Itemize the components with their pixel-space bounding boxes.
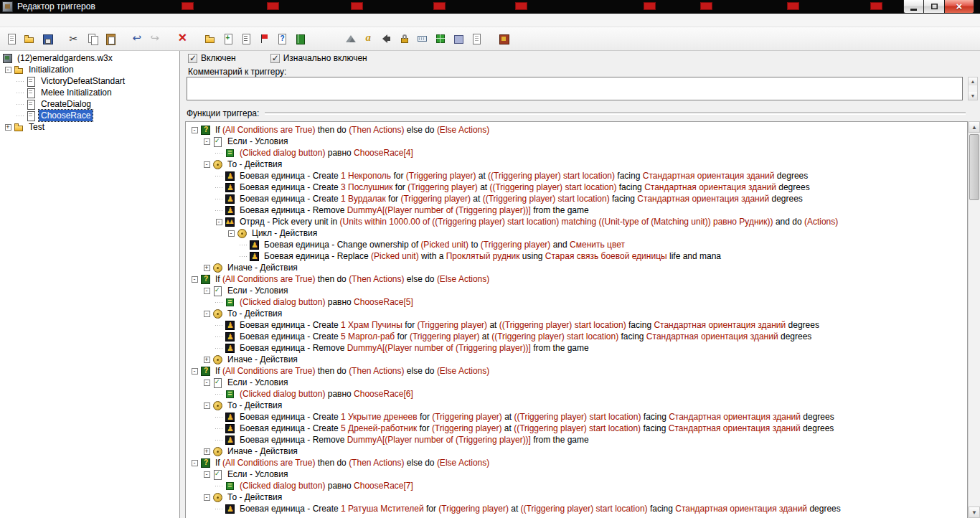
function-row[interactable]: Боевая единица - Create 5 Маргол-раб for… [186,331,967,342]
function-row[interactable]: (Clicked dialog button) равно ChooseRace… [186,296,967,308]
copy-button[interactable] [83,30,101,48]
function-row[interactable]: - If (All Conditions are True) then do (… [186,365,967,377]
function-row[interactable]: Боевая единица - Create 1 Ратуша Мстител… [186,503,967,514]
maximize-button[interactable] [924,0,944,14]
function-row[interactable]: Боевая единица - Create 3 Послушник for … [186,182,967,193]
expander-toggle[interactable]: - [228,230,235,237]
function-row[interactable]: - Если - Условия [186,136,967,147]
function-row[interactable]: - If (All Conditions are True) then do (… [186,273,967,285]
import-manager-button[interactable] [467,30,485,48]
function-row[interactable]: (Clicked dialog button) равно ChooseRace… [186,147,967,159]
comment-input[interactable] [187,77,963,100]
function-row[interactable]: - If (All Conditions are True) then do (… [186,457,967,468]
comment-scrollbar[interactable] [968,77,978,100]
campaign-editor-button[interactable] [413,30,431,48]
expander-toggle[interactable]: - [192,368,198,375]
expander-toggle[interactable]: - [192,276,198,283]
function-row[interactable]: Боевая единица - Create 5 Дреней-работни… [186,423,967,434]
object-manager-button[interactable] [449,30,467,48]
scroll-thumb[interactable] [969,134,979,200]
function-row[interactable]: - То - Действия [186,491,967,503]
function-row[interactable]: + Иначе - Действия [186,446,967,457]
scroll-down-icon[interactable] [969,92,977,100]
expander-toggle[interactable]: - [192,127,198,133]
new-condition-button[interactable] [273,30,291,48]
function-row[interactable]: - Если - Условия [186,285,967,296]
expander-toggle[interactable]: - [204,380,210,386]
scroll-track[interactable] [969,85,977,92]
function-row[interactable]: + Иначе - Действия [186,262,967,273]
delete-button[interactable] [174,30,192,48]
expander-toggle[interactable]: - [204,288,210,294]
scroll-up-icon[interactable] [969,77,977,85]
function-row[interactable]: Боевая единица - Create 1 Храм Пучины fo… [186,319,967,331]
new-event-button[interactable] [255,30,273,48]
expander-toggle[interactable]: + [204,448,210,455]
menu-item[interactable] [13,14,26,27]
menu-item[interactable] [0,14,13,27]
initially-on-checkbox[interactable]: Изначально включен [270,53,367,63]
new-trigger-button[interactable] [219,30,237,48]
function-row[interactable]: - Отряд - Pick every unit in (Units with… [186,216,967,227]
menu-item[interactable] [52,14,65,27]
tree-item[interactable]: (12)emeraldgardens.w3x [0,52,179,64]
tree-item[interactable]: CreateDialog [0,98,179,110]
scroll-down-button[interactable] [969,507,980,518]
function-row[interactable]: Боевая единица - Create 1 Вурдалак for (… [186,193,967,204]
tree-item[interactable]: ChooseRace [0,110,179,121]
new-map-button[interactable] [2,30,20,48]
function-row[interactable]: - То - Действия [186,400,967,411]
expander-toggle[interactable]: + [5,124,11,131]
scroll-up-button[interactable] [969,121,980,133]
function-row[interactable]: - То - Действия [186,308,967,319]
new-action-button[interactable] [291,30,308,48]
function-row[interactable]: - If (All Conditions are True) then do (… [186,124,967,136]
trigger-editor-button[interactable] [359,30,377,48]
function-row[interactable]: Боевая единица - Remove DummyA[(Player n… [186,434,967,446]
tree-item[interactable]: VictoryDefeatStandart [0,75,179,87]
menu-item[interactable] [26,14,39,27]
object-editor-button[interactable] [395,30,413,48]
menu-item[interactable] [39,14,52,27]
new-category-button[interactable] [201,30,219,48]
tree-item[interactable]: + Test [0,121,179,133]
sound-editor-button[interactable] [377,30,395,48]
function-row[interactable]: - Цикл - Действия [186,227,967,239]
new-trigger-comment-button[interactable] [237,30,255,48]
expander-toggle[interactable]: + [204,265,210,271]
paste-button[interactable] [101,30,119,48]
expander-toggle[interactable]: + [204,357,210,363]
expander-toggle[interactable]: - [5,67,11,73]
function-row[interactable]: (Clicked dialog button) равно ChooseRace… [186,388,967,400]
close-button[interactable] [944,0,974,14]
functions-scrollbar[interactable] [968,121,980,518]
function-row[interactable]: Боевая единица - Create 1 Некрополь for … [186,170,967,182]
function-row[interactable]: - То - Действия [186,159,967,170]
function-row[interactable]: Боевая единица - Replace (Picked unit) w… [186,250,967,262]
expander-toggle[interactable]: - [216,219,222,225]
function-row[interactable]: - Если - Условия [186,377,967,388]
expander-toggle[interactable]: - [204,161,210,168]
tree-item[interactable]: Melee Initialization [0,87,179,98]
cut-button[interactable] [65,30,83,48]
function-row[interactable]: - Если - Условия [186,468,967,480]
function-row[interactable]: (Clicked dialog button) равно ChooseRace… [186,480,967,491]
enabled-checkbox[interactable]: Включен [188,53,236,63]
expander-toggle[interactable]: - [192,460,198,466]
function-row[interactable]: Боевая единица - Remove DummyA[(Player n… [186,204,967,216]
function-row[interactable]: + Иначе - Действия [186,354,967,365]
test-map-button[interactable] [494,30,512,48]
function-row[interactable]: Боевая единица - Change ownership of (Pi… [186,239,967,250]
expander-toggle[interactable]: - [204,402,210,409]
save-map-button[interactable] [38,30,56,48]
terrain-editor-button[interactable] [341,30,359,48]
redo-button[interactable] [146,30,164,48]
expander-toggle[interactable]: - [204,311,210,317]
expander-toggle[interactable]: - [204,138,210,145]
minimize-button[interactable] [903,0,924,14]
expander-toggle[interactable]: - [204,471,210,478]
undo-button[interactable] [128,30,146,48]
function-row[interactable]: Боевая единица - Remove DummyA[(Player n… [186,342,967,354]
expander-toggle[interactable]: - [204,494,210,501]
tree-item[interactable]: - Initialization [0,64,179,75]
